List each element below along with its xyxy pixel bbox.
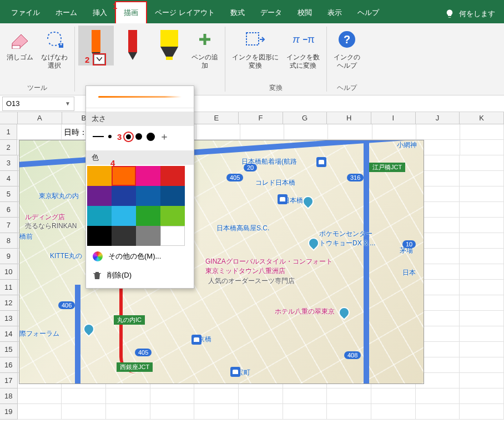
tab-home[interactable]: ホーム — [48, 2, 85, 23]
tab-data[interactable]: データ — [253, 2, 290, 23]
cell-K10[interactable] — [460, 264, 504, 280]
lasso-button[interactable]: なげなわ 選択 — [38, 26, 71, 72]
thickness-dot-1[interactable] — [108, 135, 112, 138]
row-10[interactable]: 10 — [0, 264, 18, 280]
color-swatch-2-3[interactable] — [160, 206, 185, 226]
pen-slot-1[interactable]: 2 — [78, 26, 114, 65]
cell-A1[interactable] — [17, 124, 61, 140]
row-17[interactable]: 17 — [0, 373, 18, 389]
row-6[interactable]: 6 — [0, 202, 18, 218]
color-swatch-3-0[interactable] — [87, 226, 112, 246]
embedded-map-image[interactable]: 日本橋船着場(航路コレド日本橋日本橋日本橋高島屋S.C.ポケモンセンター トウキ… — [19, 140, 424, 384]
thickness-dot-2[interactable] — [126, 134, 131, 139]
cell-E19[interactable] — [194, 404, 239, 420]
row-1[interactable]: 1 — [0, 124, 17, 140]
col-A[interactable]: A — [18, 112, 62, 124]
cell-F19[interactable] — [239, 404, 283, 420]
row-3[interactable]: 3 — [0, 155, 18, 171]
row-14[interactable]: 14 — [0, 326, 18, 342]
cell-K16[interactable] — [460, 357, 504, 373]
color-swatch-2-2[interactable] — [136, 206, 160, 226]
cell-J1[interactable] — [416, 124, 460, 140]
color-swatch-0-3[interactable] — [160, 166, 185, 186]
cell-E18[interactable] — [194, 389, 239, 404]
color-swatch-1-0[interactable] — [87, 186, 112, 206]
col-G[interactable]: G — [283, 112, 327, 124]
thickness-thin[interactable] — [93, 136, 104, 137]
eraser-button[interactable]: 消しゴム — [3, 26, 37, 64]
cell-E1[interactable] — [196, 124, 240, 140]
tab-review[interactable]: 校閲 — [290, 2, 320, 23]
delete-pen-item[interactable]: 削除(D) — [86, 266, 194, 285]
cell-I1[interactable] — [372, 124, 416, 140]
cell-D19[interactable] — [150, 404, 195, 420]
color-swatch-1-1[interactable] — [112, 186, 136, 206]
cell-K7[interactable] — [460, 218, 504, 233]
cell-K13[interactable] — [460, 311, 504, 326]
tab-insert[interactable]: 挿入 — [85, 2, 115, 23]
color-swatch-0-1[interactable]: 4 — [112, 166, 136, 186]
cell-H18[interactable] — [327, 389, 371, 404]
color-swatch-1-3[interactable] — [160, 186, 185, 206]
cell-K8[interactable] — [460, 233, 504, 249]
color-swatch-3-3[interactable] — [160, 226, 185, 246]
col-J[interactable]: J — [416, 112, 460, 124]
cell-C18[interactable] — [106, 389, 150, 404]
tab-file[interactable]: ファイル — [3, 2, 48, 23]
cell-G1[interactable] — [284, 124, 328, 140]
cell-J18[interactable] — [416, 389, 460, 404]
color-swatch-2-0[interactable] — [87, 206, 112, 226]
select-all-corner[interactable] — [0, 112, 18, 124]
color-swatch-2-1[interactable] — [112, 206, 136, 226]
more-colors-item[interactable]: その他の色(M)... — [86, 247, 194, 266]
cell-K18[interactable] — [460, 389, 504, 404]
color-swatch-3-1[interactable] — [112, 226, 136, 246]
row-15[interactable]: 15 — [0, 342, 18, 357]
ink-help-button[interactable]: ? インクの ヘルプ — [330, 26, 364, 72]
cell-C19[interactable] — [106, 404, 150, 420]
color-swatch-1-2[interactable] — [136, 186, 160, 206]
row-11[interactable]: 11 — [0, 280, 18, 295]
row-2[interactable]: 2 — [0, 140, 17, 155]
cell-G18[interactable] — [283, 389, 327, 404]
name-box-dropdown-icon[interactable]: ▼ — [65, 100, 70, 107]
tab-formulas[interactable]: 数式 — [223, 2, 253, 23]
cell-I19[interactable] — [371, 404, 416, 420]
cell-K14[interactable] — [460, 326, 504, 342]
col-I[interactable]: I — [371, 112, 416, 124]
col-E[interactable]: E — [194, 112, 239, 124]
tab-page-layout[interactable]: ページ レイアウト — [147, 2, 223, 23]
col-H[interactable]: H — [327, 112, 371, 124]
row-9[interactable]: 9 — [0, 249, 18, 264]
row-18[interactable]: 18 — [0, 389, 18, 404]
cell-G19[interactable] — [283, 404, 327, 420]
ink-to-shape-button[interactable]: インクを図形に 変換 — [229, 26, 282, 72]
cell-B19[interactable] — [62, 404, 106, 420]
cell-H19[interactable] — [327, 404, 371, 420]
name-box[interactable]: O13 ▼ — [2, 97, 74, 111]
thickness-dot-3[interactable] — [135, 133, 142, 140]
pen-slot-3[interactable] — [152, 26, 187, 65]
cell-F1[interactable] — [240, 124, 284, 140]
row-4[interactable]: 4 — [0, 171, 18, 186]
row-16[interactable]: 16 — [0, 357, 18, 373]
cell-K5[interactable] — [460, 186, 504, 202]
cell-D18[interactable] — [150, 389, 195, 404]
color-swatch-0-2[interactable] — [136, 166, 160, 186]
row-8[interactable]: 8 — [0, 233, 18, 249]
row-19[interactable]: 19 — [0, 404, 18, 420]
cell-A18[interactable] — [18, 389, 62, 404]
cell-K17[interactable] — [460, 373, 504, 389]
col-K[interactable]: K — [460, 112, 504, 124]
cell-K9[interactable] — [460, 249, 504, 264]
cell-K12[interactable] — [460, 295, 504, 311]
pen-1-dropdown[interactable] — [94, 54, 105, 64]
cell-K19[interactable] — [460, 404, 504, 420]
cell-K2[interactable] — [460, 140, 504, 155]
thickness-more-icon[interactable]: ＋ — [159, 132, 169, 142]
cell-J19[interactable] — [416, 404, 460, 420]
row-13[interactable]: 13 — [0, 311, 18, 326]
cell-K1[interactable] — [460, 124, 504, 140]
cell-K6[interactable] — [460, 202, 504, 218]
cell-K11[interactable] — [460, 280, 504, 295]
